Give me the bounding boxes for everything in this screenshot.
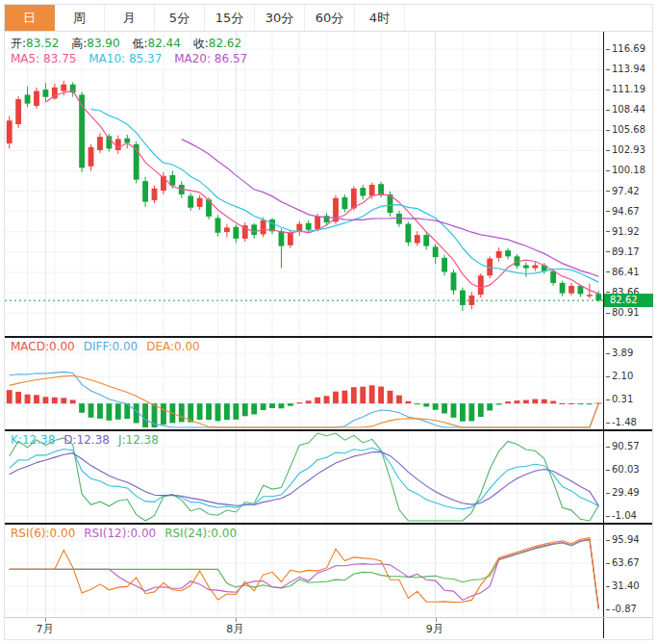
current-price-badge: 82.62 — [604, 294, 653, 307]
high-label: 高: — [71, 37, 87, 50]
axis-label: 31.40 — [606, 580, 640, 592]
high-value: 83.90 — [87, 37, 119, 50]
axis-label: 90.57 — [606, 441, 640, 452]
tab-30分[interactable]: 30分 — [255, 5, 305, 31]
tab-60分[interactable]: 60分 — [305, 5, 355, 31]
tab-周[interactable]: 周 — [55, 5, 105, 31]
macd-legend: MACD:0.00DIFF:0.00DEA:0.00 — [11, 340, 209, 354]
ma5-value: 83.75 — [43, 52, 76, 65]
price-axis: 116.69113.94111.19108.44105.68102.93100.… — [603, 32, 652, 336]
tab-日[interactable]: 日 — [5, 5, 55, 31]
open-value: 83.52 — [26, 37, 59, 50]
stock-chart-widget: 日周月5分15分30分60分4时 开:83.52 高:83.90 低:82.44… — [4, 4, 653, 640]
axis-label: -1.48 — [606, 417, 637, 428]
time-axis-corner — [603, 618, 652, 638]
ma20-value: 86.57 — [215, 52, 247, 65]
axis-label: -1.04 — [606, 510, 637, 522]
kdj-legend-item-0: K:12.38 — [11, 433, 55, 447]
ma5-label: MA5: — [11, 52, 39, 65]
macd-panel: MACD:0.00DIFF:0.00DEA:0.00 3.892.100.31-… — [5, 338, 652, 431]
rsi-legend-item-0: RSI(6):0.00 — [11, 527, 75, 540]
ma10-value: 85.37 — [129, 52, 162, 65]
open-label: 开: — [11, 37, 26, 50]
month-label-9月: 9月 — [426, 622, 443, 636]
macd-legend-item-0: MACD:0.00 — [11, 340, 75, 353]
ma10-label: MA10: — [88, 52, 125, 65]
axis-label: 111.19 — [606, 84, 645, 95]
ma-legend: MA5: 83.75 MA10: 85.37 MA20: 86.57 — [11, 52, 256, 66]
candlestick-panel: 开:83.52 高:83.90 低:82.44 收:82.62 MA5: 83.… — [5, 32, 652, 338]
rsi-legend: RSI(6):0.00RSI(12):0.00RSI(24):0.00 — [11, 527, 245, 541]
month-label-7月: 7月 — [36, 622, 53, 636]
rsi-panel: RSI(6):0.00RSI(12):0.00RSI(24):0.00 95.9… — [5, 525, 652, 618]
low-label: 低: — [132, 37, 147, 50]
tab-4时[interactable]: 4时 — [355, 5, 405, 31]
tab-15分[interactable]: 15分 — [205, 5, 255, 31]
kdj-panel: K:12.38D:12.38J:12.38 90.5760.0329.49-1.… — [5, 431, 652, 525]
timeframe-tabs: 日周月5分15分30分60分4时 — [5, 5, 652, 32]
tab-5分[interactable]: 5分 — [155, 5, 205, 31]
axis-label: 29.49 — [606, 487, 640, 499]
rsi-legend-item-1: RSI(12):0.00 — [84, 527, 156, 540]
low-value: 82.44 — [148, 37, 181, 50]
axis-label: -0.87 — [606, 604, 637, 615]
axis-label: 3.89 — [606, 348, 633, 359]
close-label: 收: — [193, 37, 209, 50]
axis-label: 89.17 — [606, 246, 640, 258]
axis-label: 102.93 — [606, 144, 645, 156]
axis-label: 100.18 — [606, 165, 645, 176]
axis-label: 108.44 — [606, 104, 645, 116]
kdj-legend-item-2: J:12.38 — [118, 433, 159, 447]
macd-legend-item-2: DEA:0.00 — [146, 340, 200, 353]
kdj-axis: 90.5760.0329.49-1.04 — [603, 431, 652, 523]
axis-label: 94.67 — [606, 206, 640, 218]
axis-label: 63.67 — [606, 557, 640, 569]
axis-label: 116.69 — [606, 43, 645, 55]
tabbar-spacer — [405, 5, 652, 31]
month-label-8月: 8月 — [226, 622, 243, 636]
axis-label: 0.31 — [606, 394, 633, 405]
axis-label: 113.94 — [606, 64, 645, 75]
axis-label: 91.92 — [606, 226, 640, 238]
rsi-axis: 95.9463.6731.40-0.87 — [603, 525, 652, 617]
kdj-legend-item-1: D:12.38 — [63, 433, 110, 447]
axis-label: 2.10 — [606, 371, 633, 382]
rsi-legend-item-2: RSI(24):0.00 — [164, 527, 237, 540]
axis-label: 105.68 — [606, 124, 645, 136]
candlestick-plot[interactable] — [5, 32, 603, 336]
close-value: 82.62 — [209, 37, 241, 50]
macd-legend-item-1: DIFF:0.00 — [84, 340, 138, 353]
ohlc-legend: 开:83.52 高:83.90 低:82.44 收:82.62 — [11, 37, 250, 51]
macd-axis: 3.892.100.31-1.48 — [603, 338, 652, 429]
axis-label: 60.03 — [606, 464, 640, 476]
tab-月[interactable]: 月 — [105, 5, 155, 31]
ma20-label: MA20: — [174, 52, 211, 65]
kdj-legend: K:12.38D:12.38J:12.38 — [11, 433, 167, 448]
axis-label: 95.94 — [606, 534, 640, 546]
time-axis: 7月8月9月 — [5, 618, 652, 638]
axis-label: 97.42 — [606, 186, 640, 197]
axis-label: 86.41 — [606, 267, 640, 278]
axis-label: 80.91 — [606, 307, 640, 319]
